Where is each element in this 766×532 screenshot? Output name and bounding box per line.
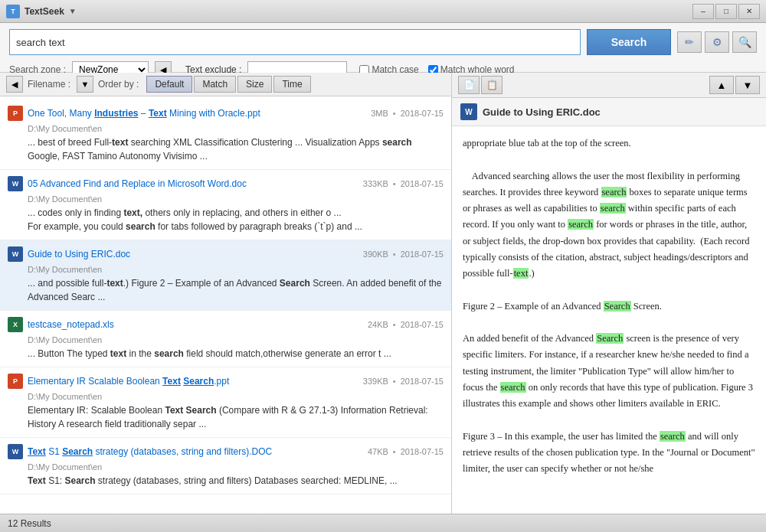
title-bar-left: T TextSeek ▼: [6, 5, 77, 18]
file-excerpt: ... codes only in finding text, others o…: [8, 206, 444, 233]
copy-text-button[interactable]: 📄: [458, 76, 480, 94]
file-excerpt: ... Button The typed text in the search …: [8, 347, 444, 361]
file-path: D:\My Document\en: [8, 194, 444, 204]
next-match-button[interactable]: ▼: [735, 76, 760, 94]
file-meta: 24KB • 2018-07-15: [368, 320, 444, 329]
order-by-label: Order by :: [98, 79, 139, 90]
filter-icon-button[interactable]: ▼: [77, 76, 93, 93]
edit-icon-button[interactable]: ✏: [677, 31, 702, 53]
file-meta: 390KB • 2018-07-15: [363, 250, 444, 259]
sort-match-button[interactable]: Match: [194, 76, 236, 93]
copy-all-button[interactable]: 📋: [481, 76, 502, 94]
minimize-button[interactable]: –: [692, 4, 714, 19]
main-content: ◀ Filename : ▼ Order by : Default Match …: [0, 73, 766, 514]
file-title: Elementary IR Scalable Boolean Text Sear…: [28, 376, 358, 387]
pencil-icon: ✏: [685, 36, 694, 48]
list-item[interactable]: P Elementary IR Scalable Boolean Text Se…: [0, 367, 451, 438]
doc-icon: W: [8, 246, 23, 262]
status-bar: 12 Results: [0, 514, 766, 532]
doc-icon: W: [8, 176, 23, 191]
title-bar: T TextSeek ▼ – □ ✕: [0, 0, 766, 23]
sort-time-button[interactable]: Time: [273, 76, 310, 93]
dropdown-arrow[interactable]: ▼: [69, 7, 77, 15]
preview-toolbar-left: 📄 📋: [458, 76, 502, 94]
preview-doc-title: Guide to Using ERIC.doc: [483, 106, 601, 118]
file-meta: 47KB • 2018-07-15: [368, 447, 444, 456]
prev-match-button[interactable]: ▲: [709, 76, 734, 94]
file-title: Text S1 Search strategy (databases, stri…: [28, 446, 363, 457]
sort-default-button[interactable]: Default: [146, 76, 192, 93]
file-meta: 333KB • 2018-07-15: [363, 179, 444, 188]
file-path: D:\My Document\en: [8, 335, 444, 344]
preview-title-bar: W Guide to Using ERIC.doc: [452, 98, 766, 126]
file-header: X testcase_notepad.xls 24KB • 2018-07-15: [8, 317, 444, 332]
app-title: TextSeek: [25, 6, 64, 17]
ppt-icon: P: [8, 374, 23, 389]
file-list: P One Tool, Many Industries – Text Minin…: [0, 96, 451, 514]
gear-icon: ⚙: [712, 36, 722, 48]
toolbar-icons: ✏ ⚙ 🔍: [677, 31, 757, 53]
preview-content[interactable]: appropriate blue tab at the top of the s…: [452, 126, 766, 514]
file-path: D:\My Document\en: [8, 392, 444, 401]
list-item[interactable]: W Text S1 Search strategy (databases, st…: [0, 438, 451, 494]
preview-panel: 📄 📋 ▲ ▼ W Guide to Using ERIC.doc approp…: [452, 73, 766, 514]
preview-toolbar: 📄 📋 ▲ ▼: [452, 73, 766, 98]
file-path: D:\My Document\en: [8, 265, 444, 274]
file-title: 05 Advanced Find and Replace in Microsof…: [28, 178, 358, 189]
preview-nav-buttons: ▲ ▼: [709, 76, 760, 94]
restore-button[interactable]: □: [715, 4, 737, 19]
file-excerpt: ... best of breed Full-text searching XM…: [8, 135, 444, 163]
file-header: P One Tool, Many Industries – Text Minin…: [8, 106, 444, 121]
file-excerpt: Elementary IR: Scalable Boolean Text Sea…: [8, 403, 444, 431]
file-header: W Text S1 Search strategy (databases, st…: [8, 444, 444, 459]
search-icon-button[interactable]: 🔍: [732, 31, 757, 53]
list-item[interactable]: W 05 Advanced Find and Replace in Micros…: [0, 170, 451, 240]
magnifier-icon: 🔍: [738, 36, 751, 48]
prev-file-button[interactable]: ◀: [6, 76, 23, 93]
search-input[interactable]: [9, 29, 581, 55]
file-excerpt: ... and possible full-text.) Figure 2 – …: [8, 276, 444, 304]
list-item[interactable]: X testcase_notepad.xls 24KB • 2018-07-15…: [0, 311, 451, 367]
xls-icon: X: [8, 317, 23, 332]
search-bar-area: Search ✏ ⚙ 🔍 Search zone : NewZone ◀ Tex…: [0, 23, 766, 73]
search-row: Search ✏ ⚙ 🔍: [9, 29, 757, 55]
list-item[interactable]: P One Tool, Many Industries – Text Minin…: [0, 100, 451, 170]
file-meta: 339KB • 2018-07-15: [363, 377, 444, 386]
sort-buttons: Default Match Size Time: [146, 76, 310, 93]
filename-label: Filename :: [28, 79, 70, 90]
doc-icon: W: [8, 444, 23, 459]
sort-bar: ◀ Filename : ▼ Order by : Default Match …: [0, 73, 451, 96]
results-count: 12 Results: [8, 518, 51, 529]
doc-preview-icon: W: [460, 103, 478, 121]
copy-text-icon: 📄: [463, 80, 475, 90]
file-excerpt: Text S1: Search strategy (databases, str…: [8, 474, 444, 488]
file-title: testcase_notepad.xls: [28, 319, 363, 330]
file-path: D:\My Document\en: [8, 462, 444, 472]
copy-all-icon: 📋: [486, 80, 498, 90]
close-button[interactable]: ✕: [738, 4, 760, 19]
file-header: W 05 Advanced Find and Replace in Micros…: [8, 176, 444, 191]
file-title: One Tool, Many Industries – Text Mining …: [28, 108, 366, 119]
preview-copy-buttons: 📄 📋: [458, 76, 502, 94]
app-icon: T: [6, 5, 20, 18]
file-path: D:\My Document\en: [8, 124, 444, 133]
file-header: P Elementary IR Scalable Boolean Text Se…: [8, 374, 444, 389]
file-title: Guide to Using ERIC.doc: [28, 249, 358, 259]
sort-size-button[interactable]: Size: [237, 76, 272, 93]
list-item[interactable]: W Guide to Using ERIC.doc 390KB • 2018-0…: [0, 240, 451, 311]
search-button[interactable]: Search: [587, 29, 671, 55]
file-meta: 3MB • 2018-07-15: [371, 109, 444, 118]
window-controls: – □ ✕: [692, 4, 760, 19]
file-header: W Guide to Using ERIC.doc 390KB • 2018-0…: [8, 246, 444, 262]
settings-icon-button[interactable]: ⚙: [705, 31, 729, 53]
file-list-panel: ◀ Filename : ▼ Order by : Default Match …: [0, 73, 452, 514]
ppt-icon: P: [8, 106, 23, 121]
